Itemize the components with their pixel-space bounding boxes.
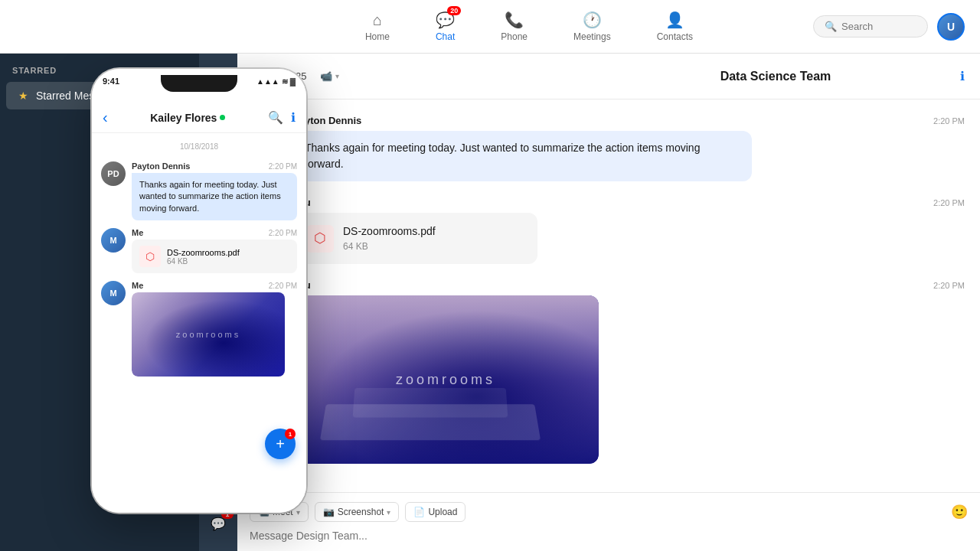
online-indicator: [220, 115, 225, 120]
nav-meetings[interactable]: 🕐 Meetings: [566, 6, 619, 47]
phone-msg-meta-2: Me 2:20 PM: [132, 228, 297, 237]
phone-msg-row-1: PD Payton Dennis 2:20 PM Thanks again fo…: [101, 161, 297, 220]
phone-contact-info: Kailey Flores: [114, 112, 262, 124]
msg-image-3[interactable]: zoomrooms: [292, 295, 599, 464]
msg-file-bubble[interactable]: ⬡ DS-zoomrooms.pdf 64 KB: [292, 213, 537, 264]
phone-fab-button[interactable]: + 1: [265, 429, 296, 459]
video-chevron: ▾: [335, 72, 339, 80]
phone-zoom-text: zoomrooms: [176, 330, 240, 339]
phone-frame: 9:41 ▲▲▲ ≋ ▓ ‹ Kailey Flores: [92, 69, 306, 513]
top-navigation: ⌂ Home 💬 Chat 20 📞 Phone 🕐 Meetings 👤 Co…: [0, 0, 980, 54]
phone-status-bar: 9:41 ▲▲▲ ≋ ▓: [92, 77, 306, 86]
phone-file-bubble[interactable]: ⬡ DS-zoomrooms.pdf 64 KB: [132, 240, 297, 273]
nav-contacts[interactable]: 👤 Contacts: [649, 6, 701, 47]
phone-search-icon[interactable]: 🔍: [268, 110, 283, 125]
message-row-1: PD Payton Dennis 2:20 PM Thanks again fo…: [253, 115, 965, 181]
nav-phone-label: Phone: [501, 31, 528, 42]
video-icon: 📹: [320, 70, 332, 82]
nav-contacts-label: Contacts: [657, 31, 693, 42]
file-info: DS-zoomrooms.pdf 64 KB: [343, 223, 436, 253]
chat-actions: 📹 Meet ▾ 📷 Screenshot ▾ 📄 Upload 🙂: [250, 502, 968, 522]
screenshot-label: Screenshot: [338, 507, 384, 517]
phone-msg-row-3: M Me 2:20 PM zoomrooms: [101, 281, 297, 377]
upload-icon: 📄: [413, 507, 425, 517]
phone-pdf-icon: ⬡: [139, 246, 161, 267]
screenshot-icon: 📷: [323, 507, 335, 517]
search-box[interactable]: 🔍: [813, 15, 928, 37]
phone-msg-meta-1: Payton Dennis 2:20 PM: [132, 161, 297, 171]
phone-contact-name: Kailey Flores: [150, 112, 225, 124]
chat-panel: ☆ 👥 25 📹 ▾ Data Science Team ℹ PD: [237, 54, 980, 551]
main-content: STARRED ★ Starred Messages ＋ 💬 1 @me @al…: [0, 54, 980, 551]
phone-file-name: DS-zoomrooms.pdf: [167, 248, 240, 257]
phone-notch-bar: 9:41 ▲▲▲ ≋ ▓: [92, 69, 306, 103]
phone-payton-avatar-img: PD: [101, 161, 126, 186]
room-furniture: [315, 372, 576, 448]
phone-msg-row-2: M Me 2:20 PM ⬡ DS-zoomrooms.pdf 64 KB: [101, 228, 297, 273]
msg-time-3: 2:20 PM: [933, 281, 965, 290]
phone-msg-sender-2: Me: [132, 228, 143, 237]
video-button[interactable]: 📹 ▾: [320, 70, 339, 82]
zoom-room-image: zoomrooms: [292, 295, 599, 464]
nav-chat-label: Chat: [436, 31, 455, 42]
info-icon-btn[interactable]: ℹ: [957, 66, 968, 86]
msg-bubble-1: Thanks again for meeting today. Just wan…: [292, 131, 752, 181]
phone-msg-bubble-1: Thanks again for meeting today. Just wan…: [132, 173, 297, 220]
user-avatar[interactable]: U: [937, 13, 965, 41]
screenshot-button[interactable]: 📷 Screenshot ▾: [315, 502, 400, 522]
nav-center: ⌂ Home 💬 Chat 20 📞 Phone 🕐 Meetings 👤 Co…: [245, 6, 813, 47]
chat-badge: 20: [447, 6, 461, 15]
phone-me-avatar-img-1: M: [101, 228, 126, 253]
nav-phone[interactable]: 📞 Phone: [493, 6, 535, 47]
phone-status-right: ▲▲▲ ≋ ▓: [256, 77, 296, 86]
phone-msg-time-1: 2:20 PM: [269, 162, 297, 171]
nav-right: 🔍 U: [813, 13, 965, 41]
nav-chat[interactable]: 💬 Chat 20: [428, 6, 462, 47]
file-name: DS-zoomrooms.pdf: [343, 223, 436, 240]
phone-info-icon[interactable]: ℹ: [291, 110, 296, 125]
phone-time: 9:41: [103, 77, 119, 86]
phone-msg-meta-3: Me 2:20 PM: [132, 281, 297, 290]
file-size: 64 KB: [343, 240, 436, 253]
phone-msg-time-2: 2:20 PM: [269, 229, 297, 237]
upload-button[interactable]: 📄 Upload: [405, 502, 466, 522]
message-input[interactable]: [250, 530, 968, 542]
meetings-icon: 🕐: [583, 11, 602, 29]
chat-input-area: 📹 Meet ▾ 📷 Screenshot ▾ 📄 Upload 🙂: [237, 492, 980, 551]
star-icon: ★: [18, 90, 28, 102]
search-input[interactable]: [841, 21, 916, 32]
wifi-icon: ≋: [282, 77, 288, 86]
messages-area: PD Payton Dennis 2:20 PM Thanks again fo…: [237, 99, 980, 492]
nav-meetings-label: Meetings: [573, 31, 611, 42]
phone-msg-sender-3: Me: [132, 281, 143, 290]
phone-icon: 📞: [505, 11, 524, 29]
message-content-2: You 2:20 PM ⬡ DS-zoomrooms.pdf 64 KB: [292, 197, 965, 264]
back-button[interactable]: ‹: [103, 109, 108, 126]
phone-date: 10/18/2018: [101, 142, 297, 151]
phone-msg-sender-1: Payton Dennis: [132, 161, 190, 171]
msg-time-2: 2:20 PM: [933, 198, 965, 207]
phone-file-size: 64 KB: [167, 257, 240, 266]
message-row-2: Y You 2:20 PM ⬡ DS-zoomrooms.pdf 64 KB: [253, 197, 965, 264]
emoji-button[interactable]: 🙂: [951, 504, 968, 520]
phone-header-icons: 🔍 ℹ: [268, 110, 296, 125]
phone-msg-content-3: Me 2:20 PM zoomrooms: [132, 281, 297, 377]
phone-payton-avatar: PD: [101, 161, 126, 186]
phone-zoom-room-img: zoomrooms: [132, 292, 285, 377]
msg-time-1: 2:20 PM: [933, 116, 965, 126]
nav-home[interactable]: ⌂ Home: [358, 7, 397, 47]
phone-chat-header: ‹ Kailey Flores 🔍 ℹ: [92, 103, 306, 133]
chat-input-row: [250, 530, 968, 542]
contacts-icon: 👤: [665, 11, 684, 29]
phone-me-avatar-1: M: [101, 228, 126, 253]
phone-msg-content-1: Payton Dennis 2:20 PM Thanks again for m…: [132, 161, 297, 220]
screenshot-chevron: ▾: [387, 508, 390, 517]
battery-icon: ▓: [290, 77, 296, 86]
chat-title: Data Science Team: [603, 70, 948, 83]
message-row-3: Y You 2:20 PM zoomrooms: [253, 279, 965, 464]
message-header-2: You 2:20 PM: [292, 197, 965, 208]
phone-msg-time-3: 2:20 PM: [269, 282, 297, 290]
phone-img-bubble[interactable]: zoomrooms: [132, 292, 297, 377]
phone-overlay: 9:41 ▲▲▲ ≋ ▓ ‹ Kailey Flores: [92, 69, 322, 543]
search-icon: 🔍: [825, 21, 837, 32]
